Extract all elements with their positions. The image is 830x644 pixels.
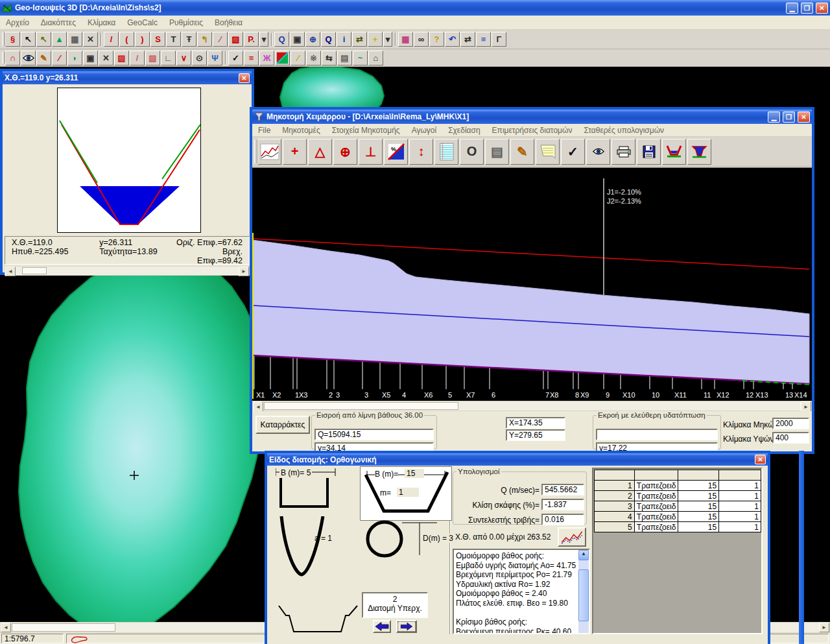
calc-row-input[interactable]: 545.5662 (541, 484, 584, 495)
profile-menu-στοιχεία-μηκοτομής[interactable]: Στοιχεία Μηκοτομής (326, 124, 406, 137)
vertical-adjust-icon[interactable]: ↕ (409, 139, 433, 165)
save-icon[interactable] (637, 139, 661, 165)
profile-menu-σχεδίαση[interactable]: Σχεδίαση (442, 124, 486, 137)
mini-chart-button[interactable] (558, 527, 586, 547)
scroll-thumb[interactable] (578, 569, 589, 621)
contour-map-icon[interactable]: ▲ (52, 32, 67, 47)
move-node-icon[interactable]: ⊕ (333, 139, 357, 165)
table-cell[interactable]: 3 (595, 501, 635, 512)
table-cell[interactable]: 15 (678, 501, 719, 512)
table-cell[interactable]: 15 (678, 491, 719, 501)
table-row[interactable]: 4Τραπεζοειδ151 (595, 512, 761, 522)
hatch-icon[interactable]: ▨ (228, 32, 243, 47)
profile-menu-αγωγοί[interactable]: Αγωγοί (406, 124, 443, 137)
scroll-right-arrow[interactable]: ► (819, 623, 829, 632)
dashed-line-icon[interactable]: ∕ (213, 32, 228, 47)
profile-chart-area[interactable]: J1=-2.10% J2=-2.13% X1X21X3233X54X65X767… (252, 167, 812, 401)
section-window-close-button[interactable]: ✕ (239, 73, 250, 83)
dropdown-arrow2-icon[interactable]: ▾ (383, 32, 392, 47)
select-arrow-icon[interactable]: ↖ (21, 32, 36, 47)
pen-red-icon[interactable]: ∕ (52, 51, 67, 66)
scroll-left-arrow[interactable]: ◄ (1, 623, 11, 632)
fill-twotone-icon[interactable] (275, 51, 290, 66)
shape-trapezoidal-option-selected[interactable]: B (m)= 15 m= 1 (360, 466, 452, 521)
table-cell[interactable]: 15 (678, 481, 719, 491)
close-button[interactable]: ✕ (816, 3, 828, 14)
doc-icon[interactable]: ▤ (337, 51, 352, 66)
table-cell[interactable]: 4 (595, 512, 635, 522)
scroll-left-arrow[interactable]: ◄ (253, 401, 263, 412)
results-box[interactable]: Ομοιόμορφο βάθος ροής: Εμβαδό υγρής διατ… (453, 549, 590, 634)
table-row[interactable]: 3Τραπεζοειδ151 (595, 501, 761, 512)
eye-icon[interactable] (21, 51, 36, 66)
profile-maximize-button[interactable]: ❐ (783, 112, 795, 123)
scroll-right-arrow[interactable]: ► (239, 267, 249, 276)
scale-height-input[interactable]: 400 (772, 432, 809, 444)
calc-row-input[interactable]: -1.837 (541, 499, 584, 510)
results-vscrollbar[interactable]: ▲ (578, 550, 589, 633)
syringe-icon[interactable]: ∕ (290, 51, 305, 66)
section-window-titlebar[interactable]: Χ.Θ.=119.0 y=26.311 ✕ (3, 71, 252, 84)
delete-x-icon[interactable]: ✕ (99, 51, 113, 66)
table-cell[interactable]: 15 (678, 512, 719, 522)
scroll-left-arrow[interactable]: ◄ (5, 267, 16, 276)
outflow-empty-field[interactable] (596, 429, 718, 440)
point-icon[interactable]: ⊙ (192, 51, 207, 66)
restore-button[interactable]: ❐ (801, 3, 813, 14)
menu-αρχείο[interactable]: Αρχείο (0, 16, 35, 29)
table-cell[interactable]: 5 (595, 522, 635, 532)
draw-arc-icon[interactable]: ( (119, 32, 134, 47)
menu-geocalc[interactable]: GeoCalc (121, 16, 163, 29)
profile-minimize-button[interactable]: ▁ (768, 112, 780, 123)
prev-section-button[interactable] (373, 620, 391, 633)
layers-icon[interactable]: ≡ (476, 32, 491, 47)
profile-hscrollbar[interactable]: ◄ ► (252, 401, 812, 411)
scroll-right-arrow[interactable]: ► (801, 401, 811, 412)
table-cell[interactable]: 1 (719, 491, 761, 501)
profile-menu-file[interactable]: File (252, 124, 276, 137)
valley-icon[interactable]: ∨ (176, 51, 191, 66)
contour-multi-icon[interactable]: Ж (259, 51, 274, 66)
channel-open-icon[interactable] (662, 139, 686, 165)
fountain-icon[interactable]: § (5, 32, 20, 47)
profile-chart-icon[interactable] (257, 139, 281, 165)
home-icon[interactable]: ⌂ (368, 51, 383, 66)
flag-icon[interactable]: ◗ (67, 51, 82, 66)
inflow-q-field[interactable]: Q=15094.15 (314, 429, 434, 440)
info-icon[interactable]: i (337, 32, 351, 47)
table-cell[interactable]: Τραπεζοειδ (634, 491, 678, 501)
spray-icon[interactable]: ※ (306, 51, 321, 66)
shape-parabolic-option[interactable]: a = 1 (278, 516, 349, 581)
calc-row-input[interactable]: 0.016 (541, 514, 584, 525)
add-node-icon[interactable]: + (283, 139, 307, 165)
notes-icon[interactable] (536, 139, 560, 165)
menu-κλίμακα[interactable]: Κλίμακα (82, 16, 121, 29)
menu-βοήθεια[interactable]: Βοήθεια (209, 16, 248, 29)
line2-icon[interactable]: / (130, 51, 145, 66)
slope-cut-icon[interactable]: % (384, 139, 408, 165)
scroll-thumb[interactable] (12, 623, 115, 632)
text-icon[interactable]: T (166, 32, 181, 47)
scroll-thumb[interactable] (22, 267, 47, 274)
pen-tool-icon[interactable]: ✎ (510, 139, 534, 165)
lines-red-icon[interactable]: ≡ (244, 51, 259, 66)
profile-menu-μηκοτομές[interactable]: Μηκοτομές (276, 124, 326, 137)
channel-closed-icon[interactable] (687, 139, 711, 165)
menu-ρυθμίσεις[interactable]: Ρυθμίσεις (163, 16, 209, 29)
confirm-icon[interactable]: ✓ (561, 139, 585, 165)
next-section-button[interactable] (396, 620, 417, 633)
shape-circular-option[interactable]: D(m) = 3 (364, 518, 452, 560)
draw-spline-icon[interactable]: S (150, 32, 165, 47)
report-icon[interactable]: ▤ (485, 139, 509, 165)
zoom-extents-icon[interactable]: ▣ (290, 32, 305, 47)
offset-icon[interactable]: ⇄ (352, 32, 367, 47)
dialog-titlebar[interactable]: Είδος διατομής: Ορθογωνική ✕ (267, 453, 768, 466)
move-arrows-icon[interactable]: ⇆ (322, 51, 337, 66)
wave-icon[interactable]: ~ (353, 51, 368, 66)
box-link-icon[interactable]: ▣ (83, 51, 98, 66)
cascades-button[interactable]: Καταρράκτες (255, 416, 310, 434)
trap-m-value[interactable]: 1 (397, 488, 419, 497)
swap-arrows-icon[interactable]: ⇄ (460, 32, 475, 47)
profile-menu-επιμετρήσεις-διατομών[interactable]: Επιμετρήσεις διατομών (486, 124, 578, 137)
check-icon[interactable]: ✓ (228, 51, 243, 66)
